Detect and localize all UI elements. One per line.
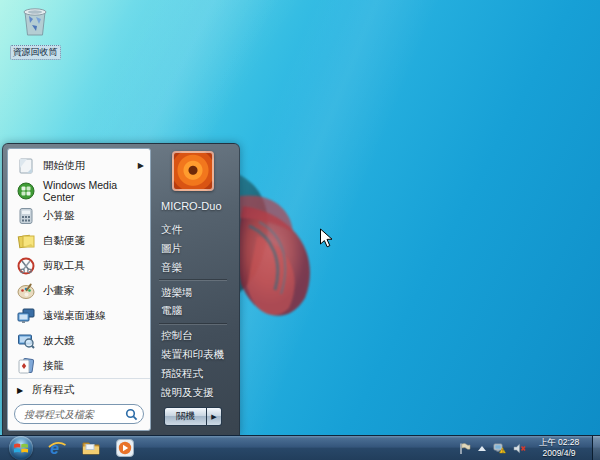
taskbar-clock[interactable]: 上午 02:28 2009/4/9 bbox=[533, 437, 585, 460]
search-input[interactable] bbox=[24, 409, 125, 420]
windows-flag-icon bbox=[14, 441, 28, 455]
start-menu-right-panel: MICRO-Duo 文件 圖片 音樂 遊樂場 電腦 控制台 裝置和印表機 預設程… bbox=[151, 148, 235, 431]
menu-item-windows-media-center[interactable]: Windows Media Center bbox=[8, 178, 150, 203]
menu-item-remote-desktop[interactable]: 遠端桌面連線 bbox=[8, 303, 150, 328]
submenu-arrow-icon: ▶ bbox=[138, 161, 144, 170]
menu-item-label: 小畫家 bbox=[43, 284, 75, 298]
right-item-documents[interactable]: 文件 bbox=[151, 221, 235, 240]
right-item-music[interactable]: 音樂 bbox=[151, 258, 235, 277]
menu-item-snipping-tool[interactable]: 剪取工具 bbox=[8, 253, 150, 278]
magnifier-icon bbox=[17, 332, 35, 350]
right-item-pictures[interactable]: 圖片 bbox=[151, 240, 235, 259]
internet-explorer-icon[interactable]: e bbox=[47, 438, 67, 458]
clock-date: 2009/4/9 bbox=[533, 448, 585, 459]
shutdown-row: 關機 ▶ bbox=[151, 402, 235, 426]
menu-item-solitaire[interactable]: 接龍 bbox=[8, 353, 150, 378]
right-item-devices-printers[interactable]: 裝置和印表機 bbox=[151, 346, 235, 365]
mouse-cursor bbox=[319, 228, 333, 248]
menu-item-label: 小算盤 bbox=[43, 209, 75, 223]
media-player-icon[interactable] bbox=[115, 438, 135, 458]
explorer-folder-icon[interactable] bbox=[81, 438, 101, 458]
start-menu-left-panel: 開始使用 ▶ Windows Media Center bbox=[7, 148, 151, 431]
divider bbox=[159, 279, 227, 281]
all-programs-label: 所有程式 bbox=[32, 383, 74, 397]
menu-item-label: 遠端桌面連線 bbox=[43, 309, 106, 323]
clock-time: 上午 02:28 bbox=[533, 437, 585, 448]
solitaire-icon bbox=[17, 357, 35, 375]
shutdown-options-arrow[interactable]: ▶ bbox=[207, 407, 222, 426]
menu-item-sticky-notes[interactable]: 自黏便箋 bbox=[8, 228, 150, 253]
menu-item-getting-started[interactable]: 開始使用 ▶ bbox=[8, 153, 150, 178]
recycle-bin-icon bbox=[20, 5, 50, 37]
desktop: 資源回收筒 開始使用 ▶ bbox=[0, 0, 600, 460]
show-hidden-icons-arrow[interactable] bbox=[478, 446, 486, 451]
paint-icon bbox=[17, 282, 35, 300]
menu-item-label: 接龍 bbox=[43, 359, 64, 373]
network-warning-icon[interactable]: ! bbox=[493, 442, 506, 455]
menu-item-label: 剪取工具 bbox=[43, 259, 85, 273]
show-desktop-button[interactable] bbox=[592, 436, 600, 460]
start-button[interactable] bbox=[9, 436, 33, 460]
menu-item-label: 自黏便箋 bbox=[43, 234, 85, 248]
right-item-default-programs[interactable]: 預設程式 bbox=[151, 364, 235, 383]
all-programs-button[interactable]: ▶ 所有程式 bbox=[8, 378, 150, 401]
snipping-tool-icon bbox=[17, 257, 35, 275]
recycle-bin-label: 資源回收筒 bbox=[10, 45, 61, 60]
taskbar: e ! bbox=[0, 435, 600, 460]
right-item-computer[interactable]: 電腦 bbox=[151, 302, 235, 321]
getting-started-icon bbox=[17, 157, 35, 175]
system-tray: ! 上午 02:28 2009/4/9 bbox=[458, 436, 600, 460]
menu-item-paint[interactable]: 小畫家 bbox=[8, 278, 150, 303]
action-center-flag-icon[interactable] bbox=[458, 442, 471, 455]
start-menu: 開始使用 ▶ Windows Media Center bbox=[2, 143, 240, 435]
search-icon[interactable] bbox=[125, 408, 138, 421]
recycle-bin-desktop-icon[interactable]: 資源回收筒 bbox=[6, 5, 64, 60]
menu-item-label: 開始使用 bbox=[43, 159, 85, 173]
right-item-games[interactable]: 遊樂場 bbox=[151, 283, 235, 302]
divider bbox=[159, 323, 227, 325]
shutdown-button[interactable]: 關機 bbox=[164, 407, 207, 426]
menu-item-calculator[interactable]: 小算盤 bbox=[8, 203, 150, 228]
right-item-help-support[interactable]: 說明及支援 bbox=[151, 383, 235, 402]
sticky-notes-icon bbox=[17, 232, 35, 250]
media-center-icon bbox=[17, 182, 35, 200]
menu-item-magnifier[interactable]: 放大鏡 bbox=[8, 328, 150, 353]
remote-desktop-icon bbox=[17, 307, 35, 325]
volume-muted-icon[interactable] bbox=[513, 442, 526, 455]
search-row bbox=[8, 401, 150, 430]
program-list: 開始使用 ▶ Windows Media Center bbox=[8, 149, 150, 378]
right-item-control-panel[interactable]: 控制台 bbox=[151, 327, 235, 346]
user-avatar[interactable] bbox=[172, 151, 214, 191]
search-box bbox=[14, 404, 144, 424]
menu-item-label: Windows Media Center bbox=[43, 179, 144, 203]
menu-item-label: 放大鏡 bbox=[43, 334, 75, 348]
user-name-link[interactable]: MICRO-Duo bbox=[151, 198, 235, 221]
calculator-icon bbox=[17, 207, 35, 225]
all-programs-arrow-icon: ▶ bbox=[17, 386, 23, 395]
